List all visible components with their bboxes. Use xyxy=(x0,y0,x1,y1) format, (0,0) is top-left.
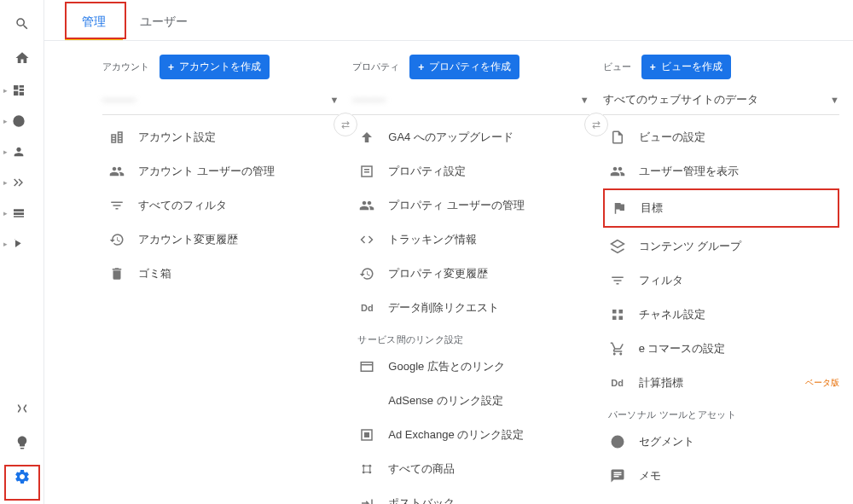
sidebar-item-conversions[interactable] xyxy=(0,229,44,259)
tab-admin[interactable]: 管理 xyxy=(65,14,123,40)
menu-item-label: AdSense のリンク設定 xyxy=(388,393,589,408)
property-link-section: サービス間のリンク設定 xyxy=(352,325,589,350)
menu-item[interactable]: プロパティ変更履歴 xyxy=(352,257,589,291)
menu-item[interactable]: フィルタ xyxy=(603,264,839,298)
attribution-icon[interactable] xyxy=(7,393,38,424)
sidebar-item-customization[interactable] xyxy=(0,75,44,106)
discover-icon[interactable] xyxy=(7,427,38,458)
menu-item[interactable]: アカウント設定 xyxy=(102,120,339,154)
menu-item[interactable]: アカウント変更履歴 xyxy=(102,223,339,257)
menu-item-label: ユーザー管理を表示 xyxy=(639,164,839,179)
history-icon xyxy=(107,230,126,249)
create-property-button[interactable]: プロパティを作成 xyxy=(409,55,519,79)
building-icon xyxy=(107,128,126,147)
menu-item[interactable]: プロパティ ユーザーの管理 xyxy=(352,188,589,223)
sidebar-item-realtime[interactable] xyxy=(0,106,44,136)
people-icon xyxy=(107,162,126,181)
menu-item[interactable]: ポストバック xyxy=(352,486,589,504)
doc-icon xyxy=(608,128,627,147)
chevron-down-icon: ▼ xyxy=(329,95,339,105)
menu-item[interactable]: ゴミ箱 xyxy=(102,257,339,291)
people-icon xyxy=(357,196,376,215)
column-view: ⇄ ビュー ビューを作成 すべてのウェブサイトのデータ ▼ ビューの設定ユーザー… xyxy=(596,55,846,504)
postback-icon xyxy=(357,494,376,504)
code-icon xyxy=(357,230,376,249)
property-selected: ——— xyxy=(352,93,386,106)
menu-item-label: データ削除リクエスト xyxy=(388,300,589,316)
menu-item-label: e コマースの設定 xyxy=(639,341,839,356)
svg-point-3 xyxy=(369,465,372,467)
menu-item-label: Ad Exchange のリンク設定 xyxy=(388,427,589,443)
history-icon xyxy=(357,264,376,283)
view-selected: すべてのウェブサイトのデータ xyxy=(603,92,758,107)
menu-item[interactable]: e コマースの設定 xyxy=(603,332,839,366)
menu-item-label: フィルタ xyxy=(639,273,839,288)
menu-item[interactable]: Ad Exchange のリンク設定 xyxy=(352,418,589,452)
menu-item[interactable]: メモ xyxy=(603,459,839,493)
menu-item[interactable]: すべての商品 xyxy=(352,452,589,486)
create-account-button[interactable]: アカウントを作成 xyxy=(160,55,270,79)
column-divider-icon[interactable]: ⇄ xyxy=(584,113,608,136)
menu-item-label: プロパティ変更履歴 xyxy=(388,266,589,281)
menu-item-label: すべてのフィルタ xyxy=(138,198,339,213)
menu-item-label: プロパティ設定 xyxy=(388,164,589,179)
menu-item[interactable]: コンテンツ グループ xyxy=(603,229,839,264)
view-personal-section: パーソナル ツールとアセット xyxy=(603,400,839,425)
view-selector[interactable]: すべてのウェブサイトのデータ ▼ xyxy=(603,84,839,115)
dd-icon: Dd xyxy=(357,298,376,317)
menu-item[interactable]: チャネル設定 xyxy=(603,298,839,332)
property-title: プロパティ xyxy=(352,61,399,73)
adx-icon xyxy=(357,426,376,444)
memo-icon xyxy=(608,466,627,485)
menu-item[interactable]: GA4 へのアップグレード xyxy=(352,120,589,154)
segment-icon xyxy=(608,432,627,451)
menu-item[interactable]: AdSense のリンク設定 xyxy=(352,384,589,418)
menu-item-label: セグメント xyxy=(639,434,839,449)
menu-item[interactable]: マルチチャネルの設定 xyxy=(603,493,839,504)
menu-item-label: ゴミ箱 xyxy=(138,266,339,281)
dd-icon: Dd xyxy=(608,374,627,392)
sidebar-item-audience[interactable] xyxy=(0,136,44,167)
ads-icon xyxy=(357,357,376,376)
menu-item[interactable]: セグメント xyxy=(603,425,839,459)
admin-gear-icon[interactable] xyxy=(7,461,38,492)
tab-user[interactable]: ユーザー xyxy=(123,14,205,40)
menu-item-label: プロパティ ユーザーの管理 xyxy=(388,198,589,213)
menu-item-label: ポストバック xyxy=(388,495,589,504)
search-icon[interactable] xyxy=(7,9,38,39)
menu-item-label: アカウント変更履歴 xyxy=(138,232,339,247)
menu-item-label: Google 広告とのリンク xyxy=(388,359,589,374)
goal-label: 目標 xyxy=(641,200,838,216)
menu-item[interactable]: すべてのフィルタ xyxy=(102,188,339,223)
menu-item-goals[interactable]: 目標 xyxy=(605,190,838,226)
menu-item[interactable]: Dd計算指標ベータ版 xyxy=(603,366,839,400)
menu-item[interactable]: トラッキング情報 xyxy=(352,223,589,257)
svg-point-2 xyxy=(363,465,365,467)
sidebar-item-behavior[interactable] xyxy=(0,198,44,229)
menu-item[interactable]: ユーザー管理を表示 xyxy=(603,154,839,188)
content-group-icon xyxy=(608,237,627,256)
filter-icon xyxy=(608,271,627,290)
menu-item[interactable]: Ddデータ削除リクエスト xyxy=(352,291,589,325)
menu-item-label: アカウント設定 xyxy=(138,130,339,145)
chevron-down-icon: ▼ xyxy=(580,95,589,105)
menu-item[interactable]: アカウント ユーザーの管理 xyxy=(102,154,339,188)
menu-item-label: 計算指標 xyxy=(639,375,790,391)
create-view-button[interactable]: ビューを作成 xyxy=(641,55,731,79)
menu-item-label: ビューの設定 xyxy=(639,130,839,145)
beta-badge: ベータ版 xyxy=(805,377,839,389)
flag-icon xyxy=(610,199,629,217)
property-selector[interactable]: ——— ▼ xyxy=(352,84,589,115)
menu-item[interactable]: ビューの設定 xyxy=(603,120,839,154)
cart-icon xyxy=(608,339,627,358)
account-selector[interactable]: ——— ▼ xyxy=(102,84,339,115)
column-account: アカウント アカウントを作成 ——— ▼ アカウント設定アカウント ユーザーの管… xyxy=(96,55,345,504)
menu-item[interactable]: プロパティ設定 xyxy=(352,154,589,188)
trash-icon xyxy=(107,264,126,283)
menu-item[interactable]: Google 広告とのリンク xyxy=(352,350,589,384)
sidebar-item-acquisition[interactable] xyxy=(0,167,44,198)
goal-highlight-box: 目標 xyxy=(603,188,839,228)
column-property: ⇄ プロパティ プロパティを作成 ——— ▼ GA4 へのアップグレードプロパテ… xyxy=(345,55,595,504)
home-icon[interactable] xyxy=(7,43,38,73)
view-title: ビュー xyxy=(603,61,631,73)
